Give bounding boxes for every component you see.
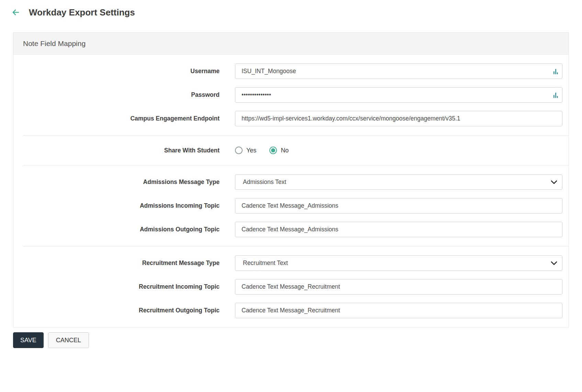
share-yes-option[interactable]: Yes xyxy=(235,147,256,154)
page-title: Workday Export Settings xyxy=(29,7,135,18)
radio-no-circle[interactable] xyxy=(269,147,277,154)
recruitment-outgoing-topic-row: Recruitment Outgoing Topic xyxy=(13,303,562,318)
recruitment-outgoing-topic-label: Recruitment Outgoing Topic xyxy=(13,307,220,314)
recruitment-message-type-label: Recruitment Message Type xyxy=(13,260,220,267)
top-bar: Workday Export Settings xyxy=(0,0,582,25)
admissions-message-type-select[interactable]: Admissions Text xyxy=(235,174,562,190)
share-with-student-section: Share With Student Yes No xyxy=(13,136,569,165)
username-row: Username xyxy=(13,64,562,79)
endpoint-label: Campus Engagement Endpoint xyxy=(13,115,220,122)
bars-icon xyxy=(553,68,558,74)
selected-option: Recruitment Text xyxy=(243,260,288,267)
save-button[interactable]: SAVE xyxy=(13,332,44,348)
share-with-student-label: Share With Student xyxy=(13,147,220,154)
radio-yes-label: Yes xyxy=(246,147,256,154)
password-row: Password xyxy=(13,87,562,103)
admissions-incoming-topic-input[interactable] xyxy=(235,198,562,214)
radio-yes-circle[interactable] xyxy=(235,147,243,154)
credentials-section: Username Password Campus Engagement Endp… xyxy=(13,55,569,135)
admissions-incoming-topic-label: Admissions Incoming Topic xyxy=(13,202,220,209)
recruitment-outgoing-topic-input[interactable] xyxy=(235,303,562,318)
back-button[interactable] xyxy=(11,8,21,17)
admissions-message-type-label: Admissions Message Type xyxy=(13,178,220,186)
recruitment-incoming-topic-label: Recruitment Incoming Topic xyxy=(13,283,220,290)
card-header: Note Field Mapping xyxy=(13,33,569,55)
admissions-outgoing-topic-field xyxy=(235,222,562,237)
recruitment-outgoing-topic-field xyxy=(235,303,562,318)
admissions-outgoing-topic-label: Admissions Outgoing Topic xyxy=(13,226,220,233)
share-with-student-group: Yes No xyxy=(235,147,562,154)
admissions-incoming-topic-field xyxy=(235,198,562,214)
password-input[interactable] xyxy=(235,87,562,103)
username-field xyxy=(235,64,562,79)
endpoint-input[interactable] xyxy=(235,111,562,126)
radio-no-label: No xyxy=(281,147,289,154)
cancel-button[interactable]: CANCEL xyxy=(48,332,89,348)
card-title: Note Field Mapping xyxy=(23,39,86,48)
share-no-option[interactable]: No xyxy=(269,147,289,154)
username-label: Username xyxy=(13,68,220,75)
admissions-message-type-row: Admissions Message Type Admissions Text xyxy=(13,174,562,190)
recruitment-message-type-select[interactable]: Recruitment Text xyxy=(235,255,562,271)
bars-icon xyxy=(553,92,558,98)
chevron-down-icon xyxy=(551,261,557,265)
username-input[interactable] xyxy=(235,64,562,79)
recruitment-incoming-topic-field xyxy=(235,279,562,295)
admissions-incoming-topic-row: Admissions Incoming Topic xyxy=(13,198,562,214)
arrow-left-icon xyxy=(12,8,20,16)
admissions-outgoing-topic-row: Admissions Outgoing Topic xyxy=(13,222,562,237)
endpoint-field xyxy=(235,111,562,126)
selected-option: Admissions Text xyxy=(243,178,286,186)
admissions-outgoing-topic-input[interactable] xyxy=(235,222,562,237)
recruitment-incoming-topic-row: Recruitment Incoming Topic xyxy=(13,279,562,295)
recruitment-incoming-topic-input[interactable] xyxy=(235,279,562,295)
admissions-section: Admissions Message Type Admissions Text … xyxy=(13,165,569,246)
recruitment-section: Recruitment Message Type Recruitment Tex… xyxy=(13,246,569,327)
form-actions: SAVE CANCEL xyxy=(13,332,582,348)
note-field-mapping-card: Note Field Mapping Username Password Cam… xyxy=(13,32,569,327)
password-label: Password xyxy=(13,91,220,99)
chevron-down-icon xyxy=(551,180,557,184)
endpoint-row: Campus Engagement Endpoint xyxy=(13,111,562,126)
recruitment-message-type-row: Recruitment Message Type Recruitment Tex… xyxy=(13,255,562,271)
share-with-student-row: Share With Student Yes No xyxy=(13,147,562,154)
password-field xyxy=(235,87,562,103)
